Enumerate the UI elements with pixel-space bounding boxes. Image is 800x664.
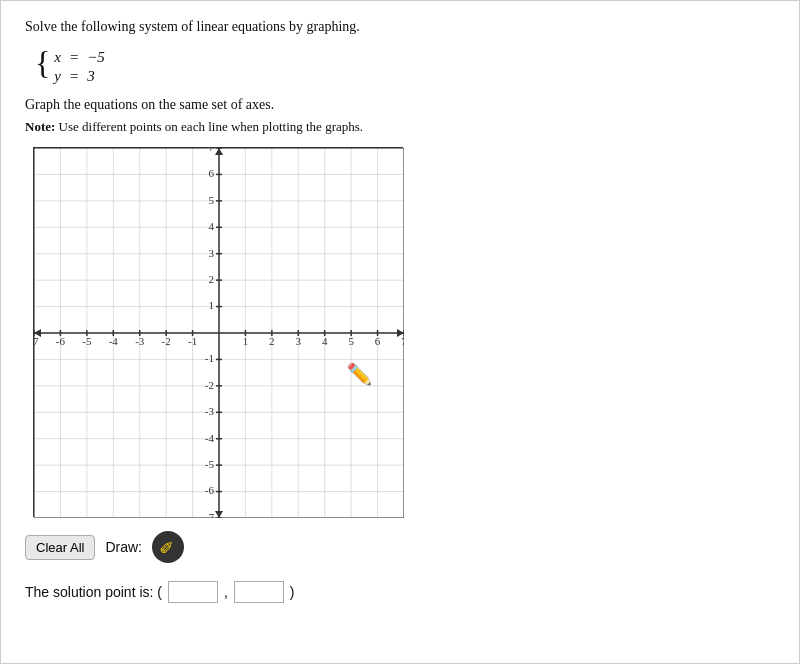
problem-text: Solve the following system of linear equ…: [25, 19, 360, 34]
page: Solve the following system of linear equ…: [0, 0, 800, 664]
solution-row: The solution point is: ( , ): [25, 581, 775, 603]
solution-prefix: The solution point is: (: [25, 584, 162, 600]
graph-area[interactable]: ✏️: [33, 147, 403, 517]
eq2-var: y: [54, 68, 61, 85]
draw-tool-button[interactable]: ✏: [152, 531, 184, 563]
equation-list: x = −5 y = 3: [54, 49, 104, 85]
eq2-equals: =: [69, 68, 79, 85]
solution-suffix: ): [290, 584, 295, 600]
problem-statement: Solve the following system of linear equ…: [25, 19, 775, 35]
note-block: Note: Use different points on each line …: [25, 119, 775, 135]
pencil-icon: ✏: [155, 534, 181, 560]
equations-block: { x = −5 y = 3: [35, 47, 775, 85]
equation-1-row: x = −5: [54, 49, 104, 66]
graph-instruction: Graph the equations on the same set of a…: [25, 97, 775, 113]
bottom-bar: Clear All Draw: ✏: [25, 531, 775, 563]
note-label: Note:: [25, 119, 55, 134]
solution-y-input[interactable]: [234, 581, 284, 603]
draw-label: Draw:: [105, 539, 142, 555]
note-text: Use different points on each line when p…: [59, 119, 363, 134]
solution-x-input[interactable]: [168, 581, 218, 603]
graph-canvas[interactable]: [34, 148, 404, 518]
eq1-value: −5: [87, 49, 105, 66]
eq1-equals: =: [69, 49, 79, 66]
solution-comma: ,: [224, 584, 228, 600]
equation-2-row: y = 3: [54, 68, 104, 85]
brace-symbol: {: [35, 47, 50, 79]
eq2-value: 3: [87, 68, 95, 85]
clear-all-button[interactable]: Clear All: [25, 535, 95, 560]
eq1-var: x: [54, 49, 61, 66]
